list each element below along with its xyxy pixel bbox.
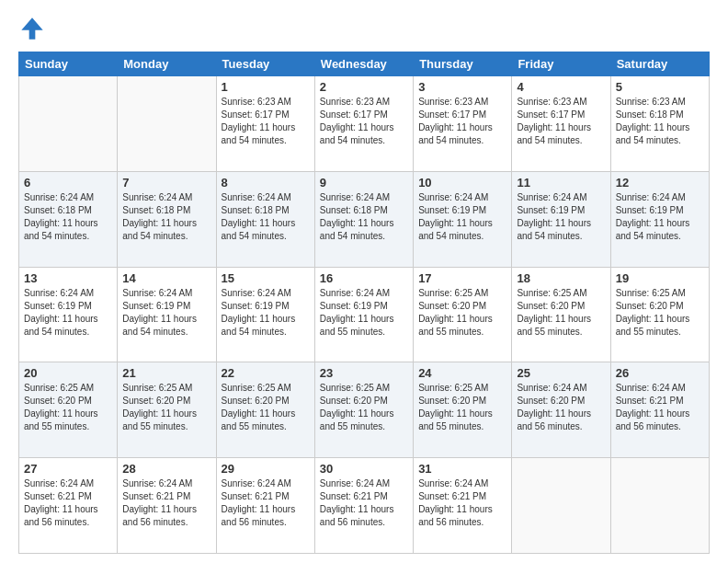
calendar-cell: 27Sunrise: 6:24 AMSunset: 6:21 PMDayligh… — [19, 458, 118, 554]
calendar-cell: 14Sunrise: 6:24 AMSunset: 6:19 PMDayligh… — [118, 267, 216, 362]
day-info: Sunrise: 6:24 AMSunset: 6:21 PMDaylight:… — [122, 477, 210, 529]
day-info: Sunrise: 6:25 AMSunset: 6:20 PMDaylight:… — [418, 287, 506, 339]
day-info: Sunrise: 6:24 AMSunset: 6:19 PMDaylight:… — [517, 191, 605, 243]
day-number: 3 — [418, 80, 506, 94]
day-info: Sunrise: 6:25 AMSunset: 6:20 PMDaylight:… — [320, 382, 408, 433]
day-info: Sunrise: 6:23 AMSunset: 6:18 PMDaylight:… — [616, 96, 704, 147]
day-info: Sunrise: 6:24 AMSunset: 6:18 PMDaylight:… — [122, 191, 210, 243]
day-number: 21 — [122, 366, 210, 380]
calendar-cell: 26Sunrise: 6:24 AMSunset: 6:21 PMDayligh… — [610, 362, 709, 458]
calendar-cell: 29Sunrise: 6:24 AMSunset: 6:21 PMDayligh… — [216, 458, 314, 554]
calendar-header-sunday: Sunday — [19, 52, 118, 76]
day-info: Sunrise: 6:24 AMSunset: 6:21 PMDaylight:… — [616, 382, 704, 433]
calendar-cell: 9Sunrise: 6:24 AMSunset: 6:18 PMDaylight… — [314, 171, 413, 267]
calendar-week-5: 27Sunrise: 6:24 AMSunset: 6:21 PMDayligh… — [19, 458, 710, 554]
calendar-cell — [610, 458, 709, 554]
calendar-header-row: SundayMondayTuesdayWednesdayThursdayFrid… — [19, 52, 710, 76]
day-info: Sunrise: 6:25 AMSunset: 6:20 PMDaylight:… — [616, 287, 704, 339]
calendar-cell: 10Sunrise: 6:24 AMSunset: 6:19 PMDayligh… — [414, 171, 512, 267]
page: SundayMondayTuesdayWednesdayThursdayFrid… — [0, 0, 728, 563]
day-info: Sunrise: 6:23 AMSunset: 6:17 PMDaylight:… — [418, 96, 506, 147]
day-number: 30 — [320, 462, 408, 476]
day-number: 26 — [616, 366, 704, 380]
calendar-cell: 6Sunrise: 6:24 AMSunset: 6:18 PMDaylight… — [19, 171, 118, 267]
day-info: Sunrise: 6:25 AMSunset: 6:20 PMDaylight:… — [517, 287, 605, 339]
calendar-cell: 18Sunrise: 6:25 AMSunset: 6:20 PMDayligh… — [512, 267, 610, 362]
day-info: Sunrise: 6:24 AMSunset: 6:19 PMDaylight:… — [418, 191, 506, 243]
day-number: 17 — [418, 271, 506, 285]
day-info: Sunrise: 6:24 AMSunset: 6:19 PMDaylight:… — [616, 191, 704, 243]
calendar-cell: 12Sunrise: 6:24 AMSunset: 6:19 PMDayligh… — [610, 171, 709, 267]
day-number: 27 — [24, 462, 112, 476]
day-number: 2 — [320, 80, 408, 94]
calendar-cell: 21Sunrise: 6:25 AMSunset: 6:20 PMDayligh… — [118, 362, 216, 458]
svg-marker-0 — [21, 17, 42, 39]
day-info: Sunrise: 6:23 AMSunset: 6:17 PMDaylight:… — [517, 96, 605, 147]
calendar-cell: 7Sunrise: 6:24 AMSunset: 6:18 PMDaylight… — [118, 171, 216, 267]
calendar-header-wednesday: Wednesday — [314, 52, 413, 76]
day-number: 13 — [24, 271, 112, 285]
calendar-cell: 15Sunrise: 6:24 AMSunset: 6:19 PMDayligh… — [216, 267, 314, 362]
day-info: Sunrise: 6:24 AMSunset: 6:21 PMDaylight:… — [418, 477, 506, 529]
calendar-cell — [118, 76, 216, 172]
calendar-cell: 24Sunrise: 6:25 AMSunset: 6:20 PMDayligh… — [414, 362, 512, 458]
calendar-header-thursday: Thursday — [414, 52, 512, 76]
day-number: 28 — [122, 462, 210, 476]
calendar-cell — [19, 76, 118, 172]
day-number: 4 — [517, 80, 605, 94]
calendar-cell: 23Sunrise: 6:25 AMSunset: 6:20 PMDayligh… — [314, 362, 413, 458]
day-number: 12 — [616, 176, 704, 190]
day-info: Sunrise: 6:24 AMSunset: 6:18 PMDaylight:… — [222, 191, 310, 243]
day-info: Sunrise: 6:24 AMSunset: 6:20 PMDaylight:… — [517, 382, 605, 433]
calendar-header-monday: Monday — [118, 52, 216, 76]
header — [18, 15, 710, 42]
calendar-cell: 16Sunrise: 6:24 AMSunset: 6:19 PMDayligh… — [314, 267, 413, 362]
day-number: 10 — [418, 176, 506, 190]
calendar-cell: 3Sunrise: 6:23 AMSunset: 6:17 PMDaylight… — [414, 76, 512, 172]
day-info: Sunrise: 6:24 AMSunset: 6:21 PMDaylight:… — [24, 477, 112, 529]
calendar-header-saturday: Saturday — [610, 52, 709, 76]
calendar-week-4: 20Sunrise: 6:25 AMSunset: 6:20 PMDayligh… — [19, 362, 710, 458]
day-number: 23 — [320, 366, 408, 380]
logo-icon — [18, 15, 46, 42]
day-number: 19 — [616, 271, 704, 285]
day-number: 16 — [320, 271, 408, 285]
day-info: Sunrise: 6:25 AMSunset: 6:20 PMDaylight:… — [418, 382, 506, 433]
day-number: 1 — [222, 80, 310, 94]
day-number: 24 — [418, 366, 506, 380]
calendar-cell: 17Sunrise: 6:25 AMSunset: 6:20 PMDayligh… — [414, 267, 512, 362]
calendar-cell: 25Sunrise: 6:24 AMSunset: 6:20 PMDayligh… — [512, 362, 610, 458]
day-number: 7 — [122, 176, 210, 190]
day-info: Sunrise: 6:25 AMSunset: 6:20 PMDaylight:… — [122, 382, 210, 433]
calendar-cell: 4Sunrise: 6:23 AMSunset: 6:17 PMDaylight… — [512, 76, 610, 172]
day-info: Sunrise: 6:24 AMSunset: 6:18 PMDaylight:… — [24, 191, 112, 243]
calendar-header-tuesday: Tuesday — [216, 52, 314, 76]
day-number: 15 — [222, 271, 310, 285]
calendar-cell: 13Sunrise: 6:24 AMSunset: 6:19 PMDayligh… — [19, 267, 118, 362]
day-info: Sunrise: 6:25 AMSunset: 6:20 PMDaylight:… — [222, 382, 310, 433]
day-info: Sunrise: 6:24 AMSunset: 6:19 PMDaylight:… — [222, 287, 310, 339]
day-info: Sunrise: 6:24 AMSunset: 6:19 PMDaylight:… — [320, 287, 408, 339]
day-info: Sunrise: 6:25 AMSunset: 6:20 PMDaylight:… — [24, 382, 112, 433]
day-number: 20 — [24, 366, 112, 380]
calendar-cell: 22Sunrise: 6:25 AMSunset: 6:20 PMDayligh… — [216, 362, 314, 458]
calendar-cell: 1Sunrise: 6:23 AMSunset: 6:17 PMDaylight… — [216, 76, 314, 172]
calendar-cell: 20Sunrise: 6:25 AMSunset: 6:20 PMDayligh… — [19, 362, 118, 458]
calendar-cell — [512, 458, 610, 554]
day-number: 18 — [517, 271, 605, 285]
day-number: 5 — [616, 80, 704, 94]
calendar-cell: 2Sunrise: 6:23 AMSunset: 6:17 PMDaylight… — [314, 76, 413, 172]
day-info: Sunrise: 6:23 AMSunset: 6:17 PMDaylight:… — [320, 96, 408, 147]
day-number: 8 — [222, 176, 310, 190]
day-info: Sunrise: 6:24 AMSunset: 6:19 PMDaylight:… — [122, 287, 210, 339]
calendar-header-friday: Friday — [512, 52, 610, 76]
calendar-cell: 28Sunrise: 6:24 AMSunset: 6:21 PMDayligh… — [118, 458, 216, 554]
calendar-cell: 31Sunrise: 6:24 AMSunset: 6:21 PMDayligh… — [414, 458, 512, 554]
calendar-week-2: 6Sunrise: 6:24 AMSunset: 6:18 PMDaylight… — [19, 171, 710, 267]
calendar-week-3: 13Sunrise: 6:24 AMSunset: 6:19 PMDayligh… — [19, 267, 710, 362]
day-number: 6 — [24, 176, 112, 190]
day-number: 11 — [517, 176, 605, 190]
day-number: 31 — [418, 462, 506, 476]
day-info: Sunrise: 6:24 AMSunset: 6:19 PMDaylight:… — [24, 287, 112, 339]
logo — [18, 15, 50, 42]
